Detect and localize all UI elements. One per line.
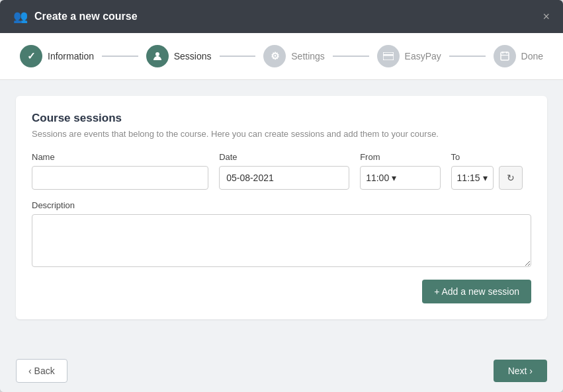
name-input[interactable] <box>32 166 208 190</box>
to-group: To 11:15 ▾ ↻ <box>451 152 531 190</box>
date-group: Date <box>219 152 349 190</box>
step-information-circle: ✓ <box>20 45 42 67</box>
date-label: Date <box>219 152 349 162</box>
refresh-button[interactable]: ↻ <box>499 166 523 190</box>
add-session-button[interactable]: + Add a new session <box>422 280 531 303</box>
from-value: 11:00 <box>366 173 389 183</box>
step-settings-label: Settings <box>291 51 325 61</box>
connector-3 <box>333 56 369 57</box>
step-information: ✓ Information <box>20 45 94 67</box>
date-input[interactable] <box>219 166 349 190</box>
back-button[interactable]: ‹ Back <box>16 359 67 383</box>
name-label: Name <box>32 152 208 162</box>
connector-1 <box>102 56 138 57</box>
next-button[interactable]: Next › <box>494 360 547 382</box>
card-subtitle: Sessions are events that belong to the c… <box>32 129 531 139</box>
step-done-circle <box>494 45 516 67</box>
modal-title: Create a new course <box>34 11 138 22</box>
course-sessions-card: Course sessions Sessions are events that… <box>16 96 547 319</box>
connector-4 <box>449 56 486 57</box>
to-value: 11:15 <box>457 173 480 183</box>
card-title: Course sessions <box>32 112 531 125</box>
stepper: ✓ Information Sessions ⚙ Settings <box>0 33 563 80</box>
svg-point-0 <box>155 52 159 56</box>
from-select[interactable]: 11:00 ▾ <box>360 166 440 190</box>
description-label: Description <box>32 200 531 210</box>
step-settings-circle: ⚙ <box>263 45 286 67</box>
svg-rect-1 <box>383 52 394 60</box>
step-sessions: Sessions <box>146 45 212 67</box>
description-group: Description <box>32 200 531 269</box>
step-done: Done <box>494 45 543 67</box>
from-chevron-icon: ▾ <box>392 173 396 183</box>
step-easypay: EasyPay <box>377 45 441 67</box>
modal-header: 👥 Create a new course × <box>0 0 563 33</box>
description-input[interactable] <box>32 214 531 267</box>
step-easypay-circle <box>377 45 400 67</box>
to-label: To <box>451 152 531 162</box>
to-select[interactable]: 11:15 ▾ <box>451 166 494 190</box>
step-sessions-label: Sessions <box>174 51 212 61</box>
users-icon: 👥 <box>13 9 28 24</box>
svg-rect-3 <box>501 52 509 60</box>
close-button[interactable]: × <box>542 11 550 22</box>
from-label: From <box>360 152 440 162</box>
form-row-main: Name Date From 11:00 ▾ To <box>32 152 531 190</box>
name-group: Name <box>32 152 208 190</box>
add-session-row: + Add a new session <box>32 280 531 303</box>
step-settings: ⚙ Settings <box>263 45 325 67</box>
modal-body: Course sessions Sessions are events that… <box>0 80 563 350</box>
step-information-label: Information <box>48 51 94 61</box>
step-sessions-circle <box>146 45 169 67</box>
step-easypay-label: EasyPay <box>405 51 441 61</box>
step-done-label: Done <box>521 51 543 61</box>
header-left: 👥 Create a new course <box>13 9 138 24</box>
svg-rect-2 <box>383 54 394 56</box>
from-group: From 11:00 ▾ <box>360 152 440 190</box>
connector-2 <box>220 56 256 57</box>
to-chevron-icon: ▾ <box>483 173 488 183</box>
modal-footer: ‹ Back Next › <box>0 350 563 392</box>
modal-container: 👥 Create a new course × ✓ Information Se… <box>0 0 563 392</box>
